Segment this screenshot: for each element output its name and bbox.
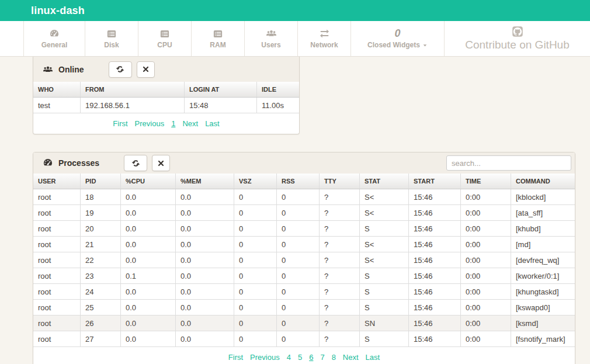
cell: 0.0: [176, 284, 234, 300]
column-header[interactable]: TTY: [320, 174, 360, 189]
cell: 0: [234, 221, 277, 237]
tab-label: Closed Widgets: [367, 41, 428, 49]
tab-label-text: Closed Widgets: [367, 41, 420, 49]
refresh-button[interactable]: [109, 61, 132, 78]
cell: ?: [320, 284, 360, 300]
pagination-link-5[interactable]: 5: [298, 353, 302, 362]
cell: S<: [360, 205, 409, 221]
column-header[interactable]: IDLE: [257, 82, 300, 98]
table-row: root210.00.000?S<15:460:00[md]: [33, 237, 575, 252]
column-header[interactable]: VSZ: [234, 174, 277, 189]
cell: 0: [277, 221, 320, 237]
pagination-link-first[interactable]: First: [113, 119, 127, 128]
cell: [khubd]: [511, 221, 575, 237]
tab-network[interactable]: Network: [297, 21, 350, 56]
cell: 18: [81, 189, 121, 205]
pagination-link-1[interactable]: 1: [171, 119, 175, 128]
cell: S: [360, 221, 409, 237]
pagination-link-8[interactable]: 8: [332, 353, 336, 362]
column-header[interactable]: RSS: [277, 174, 320, 189]
cell: 0: [234, 237, 277, 252]
cell: 0.0: [121, 284, 176, 300]
column-header[interactable]: PID: [81, 174, 121, 189]
cell: ?: [320, 205, 360, 221]
cell: 0.0: [176, 252, 234, 268]
cell: 0.0: [176, 221, 234, 237]
tab-disk[interactable]: Disk: [85, 21, 138, 56]
column-header[interactable]: USER: [33, 174, 81, 189]
cell: root: [33, 252, 81, 268]
cell: ?: [320, 252, 360, 268]
table-header-row: USERPID%CPU%MEMVSZRSSTTYSTATSTARTTIMECOM…: [33, 174, 575, 189]
cell: S: [360, 268, 409, 284]
main-content: Online WHOFROMLOGIN ATIDLE test192.168.5…: [0, 57, 590, 364]
tab-label: Network: [310, 41, 338, 49]
column-header[interactable]: TIME: [461, 174, 511, 189]
close-button[interactable]: [152, 155, 170, 171]
pagination-link-6[interactable]: 6: [309, 353, 313, 362]
cell: ?: [320, 316, 360, 331]
pagination-link-7[interactable]: 7: [320, 353, 324, 362]
pagination-link-previous[interactable]: Previous: [135, 119, 165, 128]
column-header[interactable]: STAT: [360, 174, 409, 189]
tab-label: Users: [261, 41, 280, 49]
cell: S: [360, 284, 409, 300]
cell: 15:46: [409, 300, 461, 316]
pagination-link-first[interactable]: First: [228, 353, 243, 362]
cell: root: [33, 300, 81, 316]
cell: 0:00: [461, 331, 511, 347]
cell: 0.0: [176, 205, 234, 221]
pagination-link-next[interactable]: Next: [182, 119, 198, 128]
table-row: root250.00.000?S15:460:00[kswapd0]: [33, 300, 575, 316]
pagination-link-last[interactable]: Last: [205, 119, 220, 128]
table-row: root240.00.000?S15:460:00[khungtaskd]: [33, 284, 575, 300]
cell: [kswapd0]: [511, 300, 575, 316]
column-header[interactable]: %MEM: [176, 174, 234, 189]
column-header[interactable]: LOGIN AT: [185, 82, 257, 98]
refresh-button[interactable]: [124, 155, 147, 171]
cell: 0.0: [121, 252, 176, 268]
tab-label: General: [41, 41, 68, 49]
cell: 0.0: [176, 331, 234, 347]
cell: 25: [81, 300, 121, 316]
exchange-icon: [319, 28, 330, 39]
table-row: root200.00.000?S15:460:00[khubd]: [33, 221, 575, 237]
cell: [khungtaskd]: [511, 284, 575, 300]
cell: 15:46: [409, 268, 461, 284]
pagination-link-last[interactable]: Last: [366, 353, 380, 362]
cell: ?: [320, 221, 360, 237]
cell: 15:46: [409, 205, 461, 221]
cell: root: [33, 268, 81, 284]
cell: 0.0: [121, 331, 176, 347]
column-header[interactable]: WHO: [33, 82, 81, 98]
cell: [ata_sff]: [511, 205, 575, 221]
tab-general[interactable]: General: [23, 21, 85, 56]
pagination-link-previous[interactable]: Previous: [250, 353, 280, 362]
cell: 26: [81, 316, 121, 331]
cell: 15:46: [409, 237, 461, 252]
table-row: root220.00.000?S<15:460:00[devfreq_wq]: [33, 252, 575, 268]
column-header[interactable]: FROM: [81, 82, 185, 98]
pagination-link-4[interactable]: 4: [287, 353, 291, 362]
cell: root: [33, 331, 81, 347]
tab-label: CPU: [157, 41, 172, 49]
cell: 0: [234, 316, 277, 331]
cell: SN: [360, 316, 409, 331]
tab-contribute-github[interactable]: Contribute on GitHub: [444, 21, 590, 56]
column-header[interactable]: %CPU: [121, 174, 176, 189]
tab-cpu[interactable]: CPU: [138, 21, 191, 56]
tab-label: Disk: [104, 41, 119, 49]
close-button[interactable]: [137, 61, 155, 78]
tab-ram[interactable]: Users RAM: [191, 21, 244, 56]
search-input[interactable]: [446, 155, 571, 171]
pagination-link-next[interactable]: Next: [343, 353, 359, 362]
tab-closed-widgets[interactable]: 0 Closed Widgets: [350, 21, 444, 56]
cell: 0.0: [176, 237, 234, 252]
tab-users[interactable]: Users: [244, 21, 297, 56]
cell: 0: [234, 189, 277, 205]
cell: 192.168.56.1: [81, 98, 185, 113]
cell: 0: [277, 252, 320, 268]
column-header[interactable]: START: [409, 174, 461, 189]
processes-table: USERPID%CPU%MEMVSZRSSTTYSTATSTARTTIMECOM…: [33, 174, 575, 346]
column-header[interactable]: COMMAND: [511, 174, 575, 189]
